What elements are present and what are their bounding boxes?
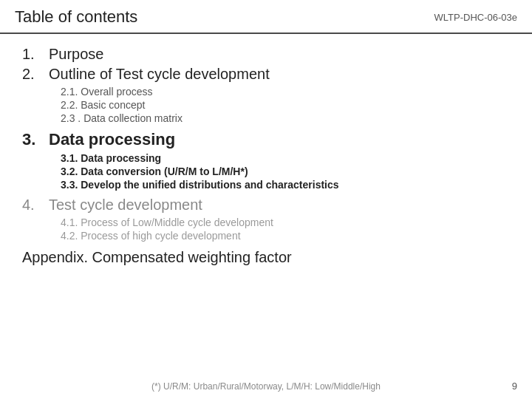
content-area: 1. Purpose 2. Outline of Test cycle deve… — [0, 46, 532, 266]
subitems-3: 3.1. Data processing 3.2. Data conversio… — [61, 152, 510, 191]
item-number-2: 2. — [22, 66, 49, 83]
item-label-1: Purpose — [49, 46, 104, 63]
subitems-4: 4.1. Process of Low/Middle cycle develop… — [61, 216, 510, 242]
section-3-number: 3. — [22, 130, 49, 149]
item-label-2: Outline of Test cycle development — [49, 66, 270, 83]
section-3-header: 3. Data processing — [22, 130, 510, 149]
subitems-2: 2.1. Overall process 2.2. Basic concept … — [61, 86, 510, 124]
appendix-row: Appendix. Compensated weighting factor — [22, 249, 510, 266]
subitem-4-2: 4.2. Process of high cycle development — [61, 230, 510, 242]
subitem-3-1: 3.1. Data processing — [61, 152, 510, 164]
section-4-header: 4. Test cycle development — [22, 197, 510, 214]
section-4-label: Test cycle development — [49, 197, 202, 214]
subitem-2-3: 2.3 . Data collection matrix — [61, 112, 510, 124]
section-4-number: 4. — [22, 197, 49, 214]
page: Table of contents WLTP-DHC-06-03e 1. Pur… — [0, 0, 532, 399]
subitem-4-1: 4.1. Process of Low/Middle cycle develop… — [61, 216, 510, 228]
appendix-label: Appendix. Compensated weighting factor — [22, 249, 292, 265]
subitem-2-2: 2.2. Basic concept — [61, 99, 510, 111]
list-item: 2. Outline of Test cycle development — [22, 66, 510, 83]
footer-text: (*) U/R/M: Urban/Rural/Motorway, L/M/H: … — [151, 381, 381, 392]
document-code: WLTP-DHC-06-03e — [434, 12, 517, 23]
subitem-3-2: 3.2. Data conversion (U/R/M to L/M/H*) — [61, 166, 510, 177]
subitem-3-3: 3.3. Develop the unified distributions a… — [61, 179, 510, 191]
list-item: 1. Purpose — [22, 46, 510, 63]
page-title: Table of contents — [15, 7, 137, 27]
footer-note: (*) U/R/M: Urban/Rural/Motorway, L/M/H: … — [0, 381, 532, 392]
page-number: 9 — [512, 381, 517, 392]
section-3-label: Data processing — [49, 130, 175, 149]
subitem-2-1: 2.1. Overall process — [61, 86, 510, 98]
header: Table of contents WLTP-DHC-06-03e — [0, 0, 532, 34]
item-number-1: 1. — [22, 46, 49, 63]
